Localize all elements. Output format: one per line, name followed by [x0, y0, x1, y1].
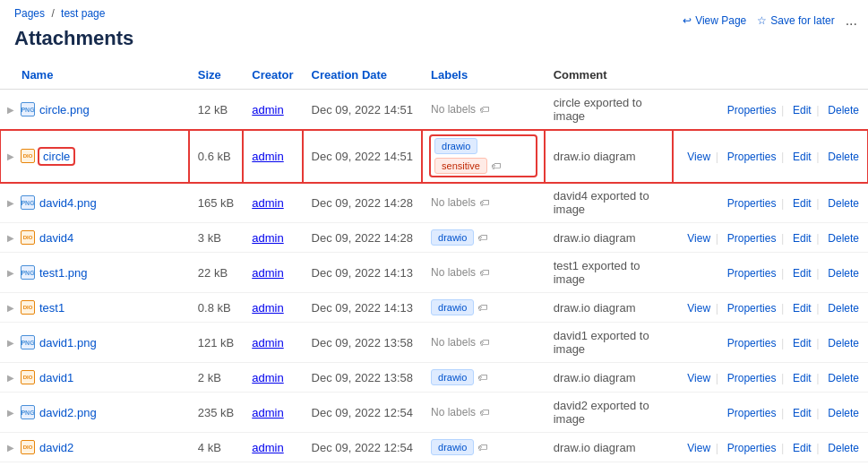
- edit-link[interactable]: Edit: [793, 104, 812, 116]
- add-label-icon[interactable]: 🏷: [477, 232, 487, 243]
- edit-link[interactable]: Edit: [793, 197, 812, 210]
- edit-link[interactable]: Edit: [793, 372, 812, 384]
- comment-cell: test1 exported to image: [545, 253, 674, 293]
- edit-link[interactable]: Edit: [793, 337, 812, 350]
- view-link[interactable]: View: [687, 232, 710, 245]
- properties-link[interactable]: Properties: [727, 197, 777, 210]
- properties-link[interactable]: Properties: [727, 372, 777, 384]
- delete-link[interactable]: Delete: [828, 197, 859, 210]
- file-name-link[interactable]: david4: [39, 231, 73, 245]
- file-name-link[interactable]: david1: [39, 371, 73, 384]
- properties-link[interactable]: Properties: [727, 267, 777, 280]
- delete-link[interactable]: Delete: [828, 337, 859, 350]
- creation-date: Dec 09, 2022 14:51: [303, 130, 422, 183]
- creator-link[interactable]: admin: [252, 150, 283, 163]
- col-header-labels[interactable]: Labels: [422, 61, 545, 90]
- expand-arrow[interactable]: ▶: [7, 233, 16, 243]
- label-tag-drawio[interactable]: drawio: [431, 439, 474, 455]
- labels-cell: drawio🏷: [431, 369, 536, 385]
- add-label-icon[interactable]: 🏷: [477, 442, 487, 453]
- expand-arrow[interactable]: ▶: [7, 408, 16, 418]
- expand-arrow[interactable]: ▶: [7, 303, 16, 313]
- col-header-size[interactable]: Size: [189, 61, 243, 90]
- creator-link[interactable]: admin: [252, 336, 283, 350]
- file-size: 0.6 kB: [189, 130, 243, 183]
- creator-link[interactable]: admin: [252, 266, 283, 280]
- properties-link[interactable]: Properties: [727, 151, 777, 163]
- label-tag-drawio[interactable]: drawio: [431, 299, 474, 315]
- add-label-icon[interactable]: 🏷: [491, 160, 501, 171]
- expand-arrow[interactable]: ▶: [7, 151, 16, 161]
- delete-link[interactable]: Delete: [828, 372, 859, 384]
- table-row: ▶DIOdavid24 kBadminDec 09, 2022 12:54dra…: [0, 433, 868, 462]
- creator-link[interactable]: admin: [252, 103, 283, 116]
- properties-link[interactable]: Properties: [727, 407, 777, 419]
- actions-cell: Properties | Edit | Delete: [673, 90, 868, 130]
- creator-link[interactable]: admin: [252, 371, 283, 384]
- expand-arrow[interactable]: ▶: [7, 198, 16, 208]
- edit-link[interactable]: Edit: [793, 442, 812, 454]
- more-options-button[interactable]: ...: [846, 13, 857, 29]
- add-label-icon[interactable]: 🏷: [479, 104, 489, 115]
- file-name-link[interactable]: david1.png: [39, 336, 97, 350]
- add-label-icon[interactable]: 🏷: [477, 302, 487, 313]
- delete-link[interactable]: Delete: [828, 232, 859, 245]
- delete-link[interactable]: Delete: [828, 302, 859, 315]
- breadcrumb-current-link[interactable]: test page: [61, 7, 105, 20]
- col-header-name[interactable]: Name: [0, 61, 189, 90]
- label-tag-sensitive[interactable]: sensitive: [434, 158, 487, 174]
- properties-link[interactable]: Properties: [727, 337, 777, 350]
- delete-link[interactable]: Delete: [828, 104, 859, 116]
- edit-link[interactable]: Edit: [793, 232, 812, 245]
- add-label-icon[interactable]: 🏷: [479, 267, 489, 278]
- delete-link[interactable]: Delete: [828, 407, 859, 419]
- file-name-link[interactable]: david2.png: [39, 406, 97, 419]
- breadcrumb-pages-link[interactable]: Pages: [14, 7, 45, 20]
- edit-link[interactable]: Edit: [793, 407, 812, 419]
- view-link[interactable]: View: [687, 302, 710, 315]
- delete-link[interactable]: Delete: [828, 442, 859, 454]
- delete-link[interactable]: Delete: [828, 151, 859, 163]
- expand-arrow[interactable]: ▶: [7, 268, 16, 278]
- creator-link[interactable]: admin: [252, 196, 283, 210]
- file-name-link[interactable]: test1.png: [39, 266, 88, 280]
- labels-cell: drawio🏷: [431, 299, 536, 315]
- properties-link[interactable]: Properties: [727, 442, 777, 454]
- delete-link[interactable]: Delete: [828, 267, 859, 280]
- file-name-link[interactable]: circle: [39, 149, 73, 164]
- creator-link[interactable]: admin: [252, 231, 283, 245]
- col-header-date[interactable]: Creation Date: [303, 61, 422, 90]
- expand-arrow[interactable]: ▶: [7, 338, 16, 348]
- label-tag-drawio[interactable]: drawio: [431, 229, 474, 246]
- file-name-link[interactable]: circle.png: [39, 103, 90, 116]
- view-link[interactable]: View: [687, 151, 710, 163]
- expand-arrow[interactable]: ▶: [7, 105, 16, 115]
- view-page-link[interactable]: ↩ View Page: [683, 14, 746, 27]
- edit-link[interactable]: Edit: [793, 151, 812, 163]
- save-for-later-link[interactable]: ☆ Save for later: [757, 14, 834, 27]
- add-label-icon[interactable]: 🏷: [479, 337, 489, 348]
- label-tag-drawio[interactable]: drawio: [431, 369, 474, 385]
- col-header-creator[interactable]: Creator: [243, 61, 302, 90]
- creator-link[interactable]: admin: [252, 301, 283, 315]
- edit-link[interactable]: Edit: [793, 302, 812, 315]
- view-link[interactable]: View: [687, 442, 710, 454]
- properties-link[interactable]: Properties: [727, 104, 777, 116]
- add-label-icon[interactable]: 🏷: [479, 407, 489, 418]
- view-link[interactable]: View: [687, 372, 710, 384]
- page-title: Attachments: [0, 23, 868, 61]
- add-label-icon[interactable]: 🏷: [477, 372, 487, 383]
- file-name-link[interactable]: david2: [39, 441, 73, 454]
- edit-link[interactable]: Edit: [793, 267, 812, 280]
- creator-link[interactable]: admin: [252, 406, 283, 419]
- file-name-link[interactable]: david4.png: [39, 196, 97, 210]
- properties-link[interactable]: Properties: [727, 232, 777, 245]
- file-name-link[interactable]: test1: [39, 301, 64, 315]
- expand-arrow[interactable]: ▶: [7, 373, 16, 383]
- comment-cell: david2 exported to image: [545, 393, 674, 433]
- properties-link[interactable]: Properties: [727, 302, 777, 315]
- expand-arrow[interactable]: ▶: [7, 443, 16, 453]
- creator-link[interactable]: admin: [252, 441, 283, 454]
- add-label-icon[interactable]: 🏷: [479, 197, 489, 208]
- label-tag-drawio[interactable]: drawio: [434, 138, 477, 154]
